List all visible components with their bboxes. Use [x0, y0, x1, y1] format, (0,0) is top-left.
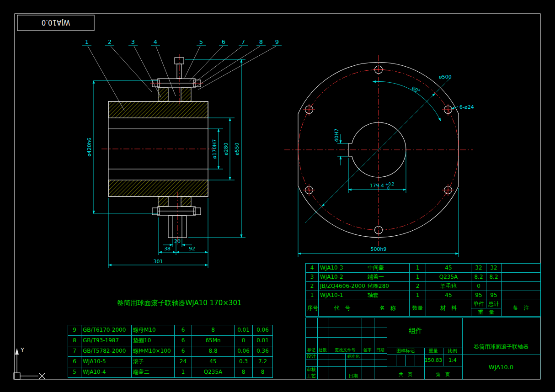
- scale-label: 比例: [448, 348, 457, 354]
- bom-cell-unit-weight: 0.06: [235, 346, 253, 357]
- weight-value: 150.83: [425, 357, 443, 363]
- bom-cell-material: Q235A: [192, 367, 235, 378]
- bom-cell-material: 羊毛毡: [426, 282, 471, 291]
- rev-header-docno: 更改文件号: [335, 347, 356, 353]
- weight-label: 重量: [429, 348, 438, 354]
- gland-right: [181, 88, 191, 101]
- bom-cell-qty: 6: [175, 325, 192, 336]
- table-row: 5 WJA10-4 端盖二 1 Q235A 8 8: [68, 367, 273, 378]
- bom-cell-code: WJA10-1: [319, 291, 366, 300]
- bom-cell-code: WJA10-2: [319, 273, 366, 282]
- bom-cell-no: 6: [68, 357, 81, 367]
- bom-cell-code: GB/T6170-2000: [81, 325, 132, 336]
- bom-cell-qty: 1: [410, 291, 426, 300]
- product-title: 卷筒用球面滚子联轴器: [474, 343, 528, 351]
- section-view: [101, 54, 215, 244]
- bom-cell-no: 5: [68, 367, 81, 378]
- bom-cell-material: 8.8: [192, 346, 235, 357]
- rev-header-mark: 标记: [307, 347, 315, 353]
- bom-cell-qty: 6: [175, 346, 192, 357]
- part-callout-3: 3: [131, 38, 135, 45]
- bom-header-name: 名 称: [366, 300, 410, 317]
- rev-header-sign: 签字: [363, 347, 372, 353]
- dim-179: 179.4: [370, 183, 384, 189]
- gland-right-bottom: [181, 196, 191, 207]
- dim-500h9: 500h9: [371, 246, 387, 252]
- scale-value: 1:4: [448, 357, 457, 363]
- dim-angle: 60°: [411, 85, 421, 95]
- table-row: 6 WJA10-5 滚子 24 45 0.3 7.2: [68, 357, 273, 367]
- rev-header-date: 日期: [376, 347, 384, 353]
- part-callout-9: 9: [275, 38, 279, 45]
- standardization-label: 标准化: [347, 354, 360, 360]
- bom-table-right: 4 WJA10-3 中间盖 1 45 32 32 3 WJA10-2 端盖一 1…: [305, 263, 541, 317]
- bom-cell-no: 1: [306, 291, 319, 300]
- bom-cell-remark: [502, 282, 541, 291]
- part-callout-1: 1: [85, 38, 89, 45]
- dim-550: ø550: [234, 143, 240, 155]
- bom-cell-no: 3: [306, 273, 319, 282]
- bom-cell-unit-weight: 8.2: [471, 273, 486, 282]
- bom-cell-material: 45: [426, 264, 471, 273]
- bom-cell-unit-weight: 0: [471, 282, 486, 291]
- bom-cell-remark: [502, 273, 541, 282]
- bom-cell-total-weight: 0.36: [253, 346, 273, 357]
- stamp-label: 图样标记: [396, 348, 415, 354]
- bom-cell-total-weight: [486, 282, 502, 291]
- bom-cell-unit-weight: 0.3: [235, 357, 253, 367]
- bom-cell-total-weight: 32: [486, 264, 502, 273]
- date-label: 日期: [349, 373, 358, 379]
- dim-92: 92: [189, 246, 195, 252]
- gland-left: [158, 88, 168, 101]
- bom-header-no: 序号: [306, 300, 319, 317]
- dim-170: ø170H7: [212, 139, 218, 159]
- bom-cell-qty: 1: [410, 273, 426, 282]
- process-label: 工艺: [307, 373, 316, 379]
- bom-cell-total-weight: 0.06: [253, 325, 273, 336]
- bom-cell-material: 65Mn: [192, 336, 235, 346]
- bom-cell-code: GB/T93-1987: [81, 336, 132, 346]
- bom-cell-total-weight: 8.2: [486, 273, 502, 282]
- ucs-icon: Y: [14, 346, 45, 379]
- dim-420: ø420h6: [86, 138, 92, 157]
- ucs-y-arrow-icon: [15, 348, 19, 355]
- corner-label: WJA10.0: [42, 18, 70, 26]
- bom-header-row: 序号 代 号 名 称 数量 材 料 单件 总计 备 注: [306, 300, 541, 308]
- bom-cell-name: 轴套: [366, 291, 410, 300]
- dimensions-front-view: 40H7 179.4 +0.2 0 500h9 ø500 60° 6-ø24: [298, 74, 474, 257]
- sheet-total-label: 共 页: [399, 371, 412, 378]
- bom-cell-qty: 24: [175, 357, 192, 367]
- bom-cell-material: 45: [426, 291, 471, 300]
- bom-cell-total-weight: 95: [486, 291, 502, 300]
- bom-cell-name: 毡圈280: [366, 282, 410, 291]
- bom-cell-total-weight: 7.2: [253, 357, 273, 367]
- bom-cell-code: WJA10-3: [319, 264, 366, 273]
- rev-header-count: 处数: [319, 347, 327, 353]
- bom-table-left: 9 GB/T6170-2000 螺母M10 6 8 0.01 0.06 8 GB…: [68, 325, 273, 378]
- cad-drawing-canvas[interactable]: WJA10.0 Y: [0, 0, 555, 392]
- bom-header-total: 总计: [486, 300, 502, 308]
- dim-280: ø280: [223, 143, 229, 155]
- bom-cell-no: 8: [68, 336, 81, 346]
- bom-cell-code: GB/T5782-2000: [81, 346, 132, 357]
- bom-cell-unit-weight: 8: [235, 367, 253, 378]
- bom-cell-total-weight: 0.01: [253, 336, 273, 346]
- bom-header-remark: 备 注: [502, 300, 541, 317]
- bom-header-qty: 数量: [410, 300, 426, 317]
- bom-cell-qty: 6: [175, 336, 192, 346]
- bom-cell-name: 端盖二: [132, 367, 175, 378]
- table-row: 3 WJA10-2 端盖一 1 Q235A 8.2 8.2: [306, 273, 541, 282]
- bom-cell-material: 45: [192, 357, 235, 367]
- sheet-number-label: 第 页: [436, 371, 450, 378]
- bom-cell-unit-weight: 0: [235, 336, 253, 346]
- ucs-y-label: Y: [20, 346, 24, 353]
- dim-20: 20: [174, 238, 181, 244]
- bom-cell-unit-weight: 32: [471, 264, 486, 273]
- bom-cell-name: 滚子: [132, 357, 175, 367]
- bom-cell-name: 螺母M10: [132, 325, 175, 336]
- bom-cell-remark: [502, 264, 541, 273]
- drawing-caption: 卷筒用球面滚子联轴器WJA10 170×301: [117, 299, 242, 307]
- bom-cell-qty: 1: [410, 264, 426, 273]
- bom-cell-code: WJA10-5: [81, 357, 132, 367]
- bom-cell-name: 垫圈10: [132, 336, 175, 346]
